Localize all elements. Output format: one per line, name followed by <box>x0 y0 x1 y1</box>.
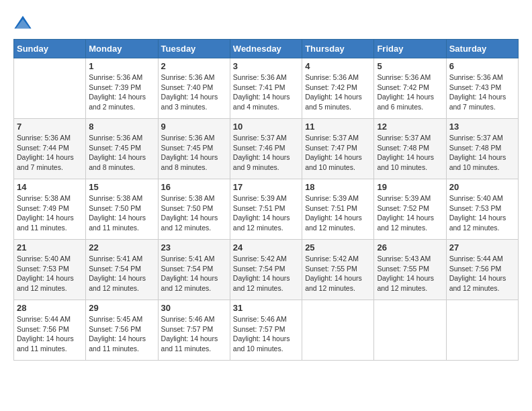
cell-content: Sunrise: 5:46 AM Sunset: 7:57 PM Dayligh… <box>233 314 299 354</box>
day-number: 18 <box>305 182 371 192</box>
calendar-cell: 1Sunrise: 5:36 AM Sunset: 7:39 PM Daylig… <box>86 58 158 119</box>
calendar-cell: 25Sunrise: 5:42 AM Sunset: 7:55 PM Dayli… <box>302 240 374 300</box>
day-number: 4 <box>305 61 371 71</box>
calendar-cell: 3Sunrise: 5:36 AM Sunset: 7:41 PM Daylig… <box>230 58 302 119</box>
cell-content: Sunrise: 5:44 AM Sunset: 7:56 PM Dayligh… <box>17 314 83 354</box>
day-number: 26 <box>377 242 443 253</box>
calendar-cell: 15Sunrise: 5:38 AM Sunset: 7:50 PM Dayli… <box>86 179 158 240</box>
calendar-cell: 26Sunrise: 5:43 AM Sunset: 7:55 PM Dayli… <box>374 240 446 300</box>
calendar-cell: 12Sunrise: 5:37 AM Sunset: 7:48 PM Dayli… <box>374 119 446 179</box>
logo-icon <box>13 13 32 32</box>
cell-content: Sunrise: 5:36 AM Sunset: 7:39 PM Dayligh… <box>89 73 154 112</box>
day-number: 24 <box>233 242 299 253</box>
calendar-cell: 27Sunrise: 5:44 AM Sunset: 7:56 PM Dayli… <box>446 240 518 300</box>
cell-content: Sunrise: 5:45 AM Sunset: 7:56 PM Dayligh… <box>89 314 154 354</box>
day-number: 6 <box>449 61 515 71</box>
day-number: 17 <box>233 182 299 192</box>
calendar-cell: 6Sunrise: 5:36 AM Sunset: 7:43 PM Daylig… <box>446 58 518 119</box>
calendar-cell: 31Sunrise: 5:46 AM Sunset: 7:57 PM Dayli… <box>230 300 302 361</box>
day-number: 7 <box>17 122 83 132</box>
calendar-cell: 9Sunrise: 5:36 AM Sunset: 7:45 PM Daylig… <box>158 119 230 179</box>
calendar-cell: 19Sunrise: 5:39 AM Sunset: 7:52 PM Dayli… <box>374 179 446 240</box>
calendar-table: SundayMondayTuesdayWednesdayThursdayFrid… <box>13 39 519 361</box>
cell-content: Sunrise: 5:39 AM Sunset: 7:51 PM Dayligh… <box>305 193 371 233</box>
calendar-header-friday: Friday <box>374 40 446 58</box>
calendar-cell: 14Sunrise: 5:38 AM Sunset: 7:49 PM Dayli… <box>14 179 86 240</box>
calendar-cell <box>374 300 446 361</box>
cell-content: Sunrise: 5:41 AM Sunset: 7:54 PM Dayligh… <box>89 254 154 293</box>
day-number: 5 <box>377 61 443 71</box>
day-number: 20 <box>449 182 515 192</box>
day-number: 13 <box>449 122 515 132</box>
day-number: 8 <box>89 122 154 132</box>
cell-content: Sunrise: 5:37 AM Sunset: 7:46 PM Dayligh… <box>233 133 299 173</box>
calendar-cell: 8Sunrise: 5:36 AM Sunset: 7:45 PM Daylig… <box>86 119 158 179</box>
calendar-header-sunday: Sunday <box>14 40 86 58</box>
calendar-header-row: SundayMondayTuesdayWednesdayThursdayFrid… <box>14 40 519 58</box>
cell-content: Sunrise: 5:42 AM Sunset: 7:54 PM Dayligh… <box>233 254 299 293</box>
cell-content: Sunrise: 5:43 AM Sunset: 7:55 PM Dayligh… <box>377 254 443 293</box>
calendar-cell: 13Sunrise: 5:37 AM Sunset: 7:48 PM Dayli… <box>446 119 518 179</box>
cell-content: Sunrise: 5:42 AM Sunset: 7:55 PM Dayligh… <box>305 254 371 293</box>
day-number: 27 <box>449 242 515 253</box>
calendar-week-row: 7Sunrise: 5:36 AM Sunset: 7:44 PM Daylig… <box>14 119 519 179</box>
calendar-cell <box>446 300 518 361</box>
day-number: 2 <box>161 61 227 71</box>
day-number: 1 <box>89 61 154 71</box>
calendar-header-saturday: Saturday <box>446 40 518 58</box>
calendar-cell: 21Sunrise: 5:40 AM Sunset: 7:53 PM Dayli… <box>14 240 86 300</box>
day-number: 3 <box>233 61 299 71</box>
day-number: 29 <box>89 303 154 313</box>
calendar-cell <box>302 300 374 361</box>
calendar-cell: 30Sunrise: 5:46 AM Sunset: 7:57 PM Dayli… <box>158 300 230 361</box>
logo <box>13 13 35 32</box>
calendar-header-wednesday: Wednesday <box>230 40 302 58</box>
calendar-week-row: 14Sunrise: 5:38 AM Sunset: 7:49 PM Dayli… <box>14 179 519 240</box>
calendar-cell: 28Sunrise: 5:44 AM Sunset: 7:56 PM Dayli… <box>14 300 86 361</box>
cell-content: Sunrise: 5:44 AM Sunset: 7:56 PM Dayligh… <box>449 254 515 293</box>
day-number: 16 <box>161 182 227 192</box>
cell-content: Sunrise: 5:36 AM Sunset: 7:42 PM Dayligh… <box>305 73 371 112</box>
day-number: 12 <box>377 122 443 132</box>
cell-content: Sunrise: 5:41 AM Sunset: 7:54 PM Dayligh… <box>161 254 227 293</box>
cell-content: Sunrise: 5:46 AM Sunset: 7:57 PM Dayligh… <box>161 314 227 354</box>
day-number: 25 <box>305 242 371 253</box>
calendar-cell: 10Sunrise: 5:37 AM Sunset: 7:46 PM Dayli… <box>230 119 302 179</box>
day-number: 14 <box>17 182 83 192</box>
cell-content: Sunrise: 5:37 AM Sunset: 7:48 PM Dayligh… <box>377 133 443 173</box>
cell-content: Sunrise: 5:36 AM Sunset: 7:40 PM Dayligh… <box>161 73 227 112</box>
calendar-cell: 11Sunrise: 5:37 AM Sunset: 7:47 PM Dayli… <box>302 119 374 179</box>
cell-content: Sunrise: 5:40 AM Sunset: 7:53 PM Dayligh… <box>449 193 515 233</box>
cell-content: Sunrise: 5:39 AM Sunset: 7:51 PM Dayligh… <box>233 193 299 233</box>
calendar-cell: 24Sunrise: 5:42 AM Sunset: 7:54 PM Dayli… <box>230 240 302 300</box>
calendar-cell: 5Sunrise: 5:36 AM Sunset: 7:42 PM Daylig… <box>374 58 446 119</box>
day-number: 28 <box>17 303 83 313</box>
day-number: 15 <box>89 182 154 192</box>
cell-content: Sunrise: 5:40 AM Sunset: 7:53 PM Dayligh… <box>17 254 83 293</box>
cell-content: Sunrise: 5:38 AM Sunset: 7:49 PM Dayligh… <box>17 193 83 233</box>
page-header <box>13 13 519 32</box>
calendar-cell: 23Sunrise: 5:41 AM Sunset: 7:54 PM Dayli… <box>158 240 230 300</box>
cell-content: Sunrise: 5:36 AM Sunset: 7:45 PM Dayligh… <box>161 133 227 173</box>
cell-content: Sunrise: 5:39 AM Sunset: 7:52 PM Dayligh… <box>377 193 443 233</box>
calendar-cell: 18Sunrise: 5:39 AM Sunset: 7:51 PM Dayli… <box>302 179 374 240</box>
calendar-week-row: 28Sunrise: 5:44 AM Sunset: 7:56 PM Dayli… <box>14 300 519 361</box>
calendar-cell: 17Sunrise: 5:39 AM Sunset: 7:51 PM Dayli… <box>230 179 302 240</box>
cell-content: Sunrise: 5:36 AM Sunset: 7:41 PM Dayligh… <box>233 73 299 112</box>
cell-content: Sunrise: 5:38 AM Sunset: 7:50 PM Dayligh… <box>89 193 154 233</box>
calendar-header-thursday: Thursday <box>302 40 374 58</box>
calendar-header-tuesday: Tuesday <box>158 40 230 58</box>
day-number: 10 <box>233 122 299 132</box>
cell-content: Sunrise: 5:37 AM Sunset: 7:48 PM Dayligh… <box>449 133 515 173</box>
day-number: 11 <box>305 122 371 132</box>
cell-content: Sunrise: 5:38 AM Sunset: 7:50 PM Dayligh… <box>161 193 227 233</box>
calendar-cell: 4Sunrise: 5:36 AM Sunset: 7:42 PM Daylig… <box>302 58 374 119</box>
calendar-cell: 22Sunrise: 5:41 AM Sunset: 7:54 PM Dayli… <box>86 240 158 300</box>
calendar-cell <box>14 58 86 119</box>
cell-content: Sunrise: 5:36 AM Sunset: 7:43 PM Dayligh… <box>449 73 515 112</box>
day-number: 23 <box>161 242 227 253</box>
day-number: 30 <box>161 303 227 313</box>
day-number: 9 <box>161 122 227 132</box>
calendar-cell: 7Sunrise: 5:36 AM Sunset: 7:44 PM Daylig… <box>14 119 86 179</box>
calendar-cell: 20Sunrise: 5:40 AM Sunset: 7:53 PM Dayli… <box>446 179 518 240</box>
